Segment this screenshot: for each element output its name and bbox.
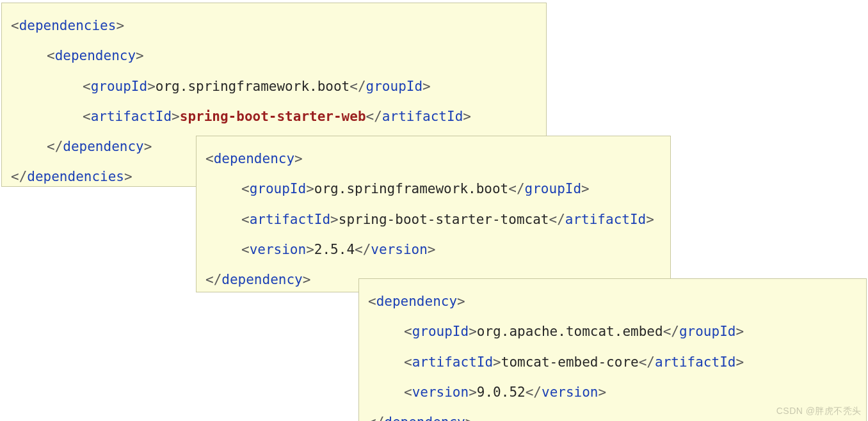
groupid-value: org.apache.tomcat.embed <box>477 324 663 339</box>
groupid-value: org.springframework.boot <box>314 181 508 196</box>
artifactid-value: tomcat-embed-core <box>501 354 639 370</box>
code-line: <dependencies> <box>11 11 537 41</box>
code-line: <dependency> <box>11 41 537 71</box>
code-snippet-box-3: <dependency> <groupId>org.apache.tomcat.… <box>358 278 867 421</box>
code-line: <groupId>org.springframework.boot</group… <box>205 174 661 204</box>
code-line: <artifactId>spring-boot-starter-web</art… <box>11 102 537 132</box>
version-value: 2.5.4 <box>314 242 355 257</box>
artifactid-value-highlighted: spring-boot-starter-web <box>180 109 366 124</box>
version-value: 9.0.52 <box>477 385 526 400</box>
code-line: <version>2.5.4</version> <box>205 235 661 265</box>
code-snippet-box-2: <dependency> <groupId>org.springframewor… <box>196 136 671 292</box>
groupid-value: org.springframework.boot <box>156 79 350 94</box>
code-line: <version>9.0.52</version> <box>368 377 857 408</box>
watermark-text: CSDN @胖虎不秃头 <box>776 406 862 417</box>
code-line: <dependency> <box>368 287 857 317</box>
code-line: <groupId>org.apache.tomcat.embed</groupI… <box>368 317 857 347</box>
code-line: <groupId>org.springframework.boot</group… <box>11 72 537 102</box>
artifactid-value: spring-boot-starter-tomcat <box>339 212 549 227</box>
code-line: <artifactId>tomcat-embed-core</artifactI… <box>368 347 857 377</box>
code-line: <artifactId>spring-boot-starter-tomcat</… <box>205 205 661 235</box>
code-line: <dependency> <box>205 144 661 174</box>
